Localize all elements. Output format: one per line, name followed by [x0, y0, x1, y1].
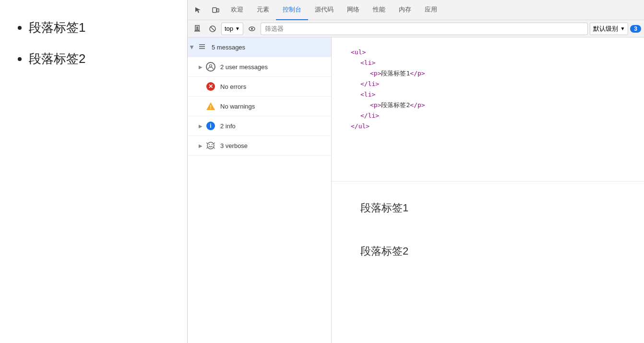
svg-point-14 — [207, 142, 214, 149]
message-count-badge: 3 — [630, 25, 641, 33]
svg-line-17 — [206, 143, 208, 144]
list-item-warnings[interactable]: ! No warnings — [188, 97, 331, 116]
devtools-panel: 欢迎 元素 控制台 源代码 网络 性能 内存 应用 — [187, 0, 644, 343]
error-icon: ✕ — [205, 81, 216, 92]
list-item-messages[interactable]: ▶ 5 messages — [188, 37, 331, 57]
list-item-1: 段落标签1 — [29, 19, 173, 36]
debug-icon — [205, 140, 216, 151]
code-view: <ul> <li> <p>段落标签1</p> </li> <li> <p>段落标… — [332, 37, 644, 182]
tab-application[interactable]: 应用 — [418, 0, 444, 20]
clear-console-btn[interactable] — [191, 22, 204, 36]
code-line-7: </ul> — [351, 121, 644, 132]
live-expressions-btn[interactable] — [245, 22, 259, 36]
list-item-2: 段落标签2 — [29, 50, 173, 67]
svg-line-20 — [214, 147, 215, 148]
preview-text-1: 段落标签1 — [360, 201, 615, 215]
svg-point-11 — [210, 65, 212, 67]
code-line-1: <li> — [351, 58, 644, 68]
code-line-5: <p>段落标签2</p> — [351, 100, 644, 110]
list-icon — [196, 41, 208, 53]
code-line-0: <ul> — [351, 47, 644, 58]
preview-text-2: 段落标签2 — [360, 244, 615, 258]
log-level-selector[interactable]: 默认级别 ▼ — [590, 23, 628, 35]
messages-label: 5 messages — [212, 44, 327, 51]
warning-icon: ! — [205, 100, 216, 112]
code-line-2: <p>段落标签1</p> — [351, 68, 644, 79]
element-panel: <ul> <li> <p>段落标签1</p> </li> <li> <p>段落标… — [332, 37, 644, 343]
inspect-element-btn[interactable] — [191, 2, 206, 18]
device-toolbar-btn[interactable] — [208, 2, 223, 18]
svg-point-7 — [251, 28, 253, 30]
tab-memory[interactable]: 内存 — [392, 0, 418, 20]
list-item-verbose[interactable]: ▶ 3 verbose — [188, 136, 331, 156]
user-messages-label: 2 user messages — [220, 63, 327, 71]
expand-arrow-verbose[interactable]: ▶ — [196, 143, 205, 148]
svg-rect-2 — [194, 31, 200, 32]
svg-text:!: ! — [210, 104, 212, 110]
svg-line-19 — [206, 147, 208, 148]
expand-arrow-info[interactable]: ▶ — [196, 123, 205, 129]
preview-panel: 段落标签1 段落标签2 — [332, 182, 644, 343]
level-label: 默认级别 — [593, 24, 618, 33]
svg-point-16 — [212, 144, 213, 145]
svg-line-5 — [211, 26, 215, 31]
expand-arrow-messages[interactable]: ▶ — [190, 43, 195, 51]
tab-sources[interactable]: 源代码 — [308, 0, 340, 20]
list-item-errors[interactable]: ✕ No errors — [188, 77, 331, 97]
code-line-6: </li> — [351, 110, 644, 121]
info-icon: i — [205, 120, 216, 132]
tab-elements[interactable]: 元素 — [250, 0, 276, 20]
devtools-tabs: 欢迎 元素 控制台 源代码 网络 性能 内存 应用 — [188, 0, 644, 20]
tab-welcome[interactable]: 欢迎 — [224, 0, 250, 20]
page-list: 段落标签1 段落标签2 — [14, 19, 173, 67]
chevron-down-icon: ▼ — [235, 26, 240, 31]
user-icon — [205, 61, 216, 73]
verbose-label: 3 verbose — [220, 142, 327, 149]
tab-network[interactable]: 网络 — [340, 0, 366, 20]
tab-console[interactable]: 控制台 — [276, 0, 308, 20]
page-content: 段落标签1 段落标签2 — [0, 0, 187, 343]
code-line-3: </li> — [351, 79, 644, 89]
info-label: 2 info — [220, 122, 327, 130]
console-toolbar: top ▼ 默认级别 ▼ 3 — [188, 20, 644, 37]
chevron-down-icon-2: ▼ — [620, 26, 625, 31]
code-line-4: <li> — [351, 89, 644, 100]
console-message-list: ▶ 5 messages ▶ — [188, 37, 332, 343]
top-context-selector[interactable]: top ▼ — [221, 23, 243, 35]
top-context-label: top — [225, 25, 233, 32]
list-item-user[interactable]: ▶ 2 user messages — [188, 57, 331, 77]
filter-input[interactable] — [261, 23, 588, 35]
errors-label: No errors — [220, 83, 327, 90]
console-body: ▶ 5 messages ▶ — [188, 37, 644, 343]
tab-performance[interactable]: 性能 — [366, 0, 392, 20]
svg-point-15 — [209, 144, 210, 145]
warnings-label: No warnings — [220, 103, 327, 110]
app-container: 段落标签1 段落标签2 欢迎 元素 控制台 源代码 网络 — [0, 0, 644, 343]
svg-rect-1 — [217, 9, 219, 12]
svg-rect-0 — [213, 8, 216, 12]
expand-arrow-user[interactable]: ▶ — [196, 64, 205, 70]
ban-btn[interactable] — [206, 22, 219, 36]
svg-line-18 — [214, 143, 215, 144]
list-item-info[interactable]: ▶ i 2 info — [188, 116, 331, 136]
